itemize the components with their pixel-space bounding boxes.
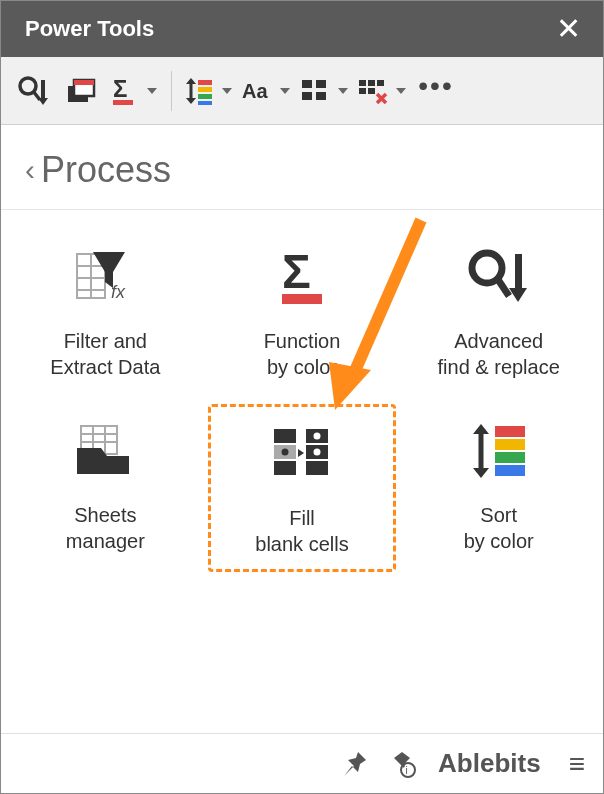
back-chevron-icon[interactable]: ‹ — [25, 153, 35, 187]
sort-by-color-icon — [465, 418, 533, 486]
fill-blank-cells-icon — [268, 421, 336, 489]
tile-label: Filter and Extract Data — [50, 328, 160, 380]
svg-rect-18 — [316, 80, 326, 88]
svg-marker-40 — [509, 288, 527, 302]
dropdown-caret-icon — [396, 88, 406, 94]
svg-rect-8 — [113, 100, 133, 105]
svg-rect-6 — [74, 80, 94, 85]
dropdown-caret-icon — [280, 88, 290, 94]
svg-rect-17 — [302, 80, 312, 88]
find-replace-icon — [16, 74, 50, 108]
tile-label: Sort by color — [464, 502, 534, 554]
svg-rect-59 — [495, 426, 525, 437]
svg-rect-22 — [368, 80, 375, 86]
remove-icon — [356, 74, 390, 108]
info-pin-icon[interactable]: i — [388, 750, 416, 778]
brand-label: Ablebits — [438, 748, 541, 779]
svg-text:Σ: Σ — [282, 245, 311, 298]
tile-sort-by-color[interactable]: Sort by color — [404, 404, 593, 572]
tile-label: Fill blank cells — [255, 505, 348, 557]
tile-label: Function by color — [264, 328, 341, 380]
svg-point-52 — [313, 433, 320, 440]
tile-fill-blank-cells[interactable]: Fill blank cells — [208, 404, 397, 572]
svg-marker-11 — [186, 98, 196, 104]
svg-rect-2 — [41, 80, 45, 98]
tile-function-by-color[interactable]: Σ Function by color — [208, 230, 397, 392]
dropdown-caret-icon — [147, 88, 157, 94]
svg-point-65 — [401, 763, 415, 777]
svg-text:Σ: Σ — [113, 75, 127, 102]
more-icon: ••• — [418, 86, 453, 96]
tile-filter-extract[interactable]: fx Filter and Extract Data — [11, 230, 200, 392]
svg-point-54 — [313, 449, 320, 456]
more-button[interactable]: ••• — [414, 69, 458, 113]
filter-extract-icon: fx — [71, 244, 139, 312]
svg-rect-55 — [306, 461, 328, 475]
remove-button[interactable] — [356, 69, 410, 113]
dropdown-caret-icon — [338, 88, 348, 94]
tile-grid-wrap: fx Filter and Extract Data Σ Function by… — [1, 210, 603, 733]
svg-rect-24 — [359, 88, 366, 94]
svg-text:i: i — [406, 765, 408, 776]
sheets-manager-icon — [71, 418, 139, 486]
split-icon — [298, 74, 332, 108]
pin-icon[interactable] — [342, 750, 370, 778]
svg-rect-13 — [198, 87, 212, 92]
svg-rect-19 — [302, 92, 312, 100]
text-case-button[interactable]: Aa — [240, 69, 294, 113]
svg-rect-25 — [368, 88, 375, 94]
find-replace-button[interactable] — [11, 69, 55, 113]
toolbar-divider — [171, 71, 172, 111]
svg-rect-20 — [316, 92, 326, 100]
svg-rect-21 — [359, 80, 366, 86]
svg-rect-61 — [495, 452, 525, 463]
svg-rect-14 — [198, 94, 212, 99]
sort-icon — [182, 74, 216, 108]
svg-text:fx: fx — [111, 282, 126, 302]
breadcrumb: ‹ Process — [1, 125, 603, 210]
tile-label: Sheets manager — [66, 502, 145, 554]
compare-sheets-button[interactable] — [59, 69, 103, 113]
compare-sheets-icon — [64, 74, 98, 108]
titlebar: Power Tools ✕ — [1, 1, 603, 57]
close-icon[interactable]: ✕ — [556, 14, 581, 44]
svg-marker-57 — [473, 424, 489, 434]
svg-marker-50 — [298, 449, 304, 457]
svg-marker-58 — [473, 468, 489, 478]
svg-rect-49 — [274, 461, 296, 475]
split-button[interactable] — [298, 69, 352, 113]
svg-rect-39 — [515, 254, 522, 288]
svg-rect-36 — [282, 294, 322, 304]
menu-icon[interactable]: ≡ — [569, 750, 585, 778]
tile-grid: fx Filter and Extract Data Σ Function by… — [11, 230, 593, 572]
dropdown-caret-icon — [222, 88, 232, 94]
function-by-color-icon: Σ — [268, 244, 336, 312]
svg-text:Aa: Aa — [242, 80, 268, 102]
svg-rect-23 — [377, 80, 384, 86]
svg-rect-62 — [495, 465, 525, 476]
sum-by-color-button[interactable]: Σ — [107, 69, 161, 113]
toolbar: Σ Aa — [1, 57, 603, 125]
sum-by-color-icon: Σ — [107, 74, 141, 108]
svg-marker-10 — [186, 78, 196, 84]
svg-rect-60 — [495, 439, 525, 450]
advanced-find-replace-icon — [465, 244, 533, 312]
tile-sheets-manager[interactable]: Sheets manager — [11, 404, 200, 572]
svg-marker-3 — [38, 98, 48, 105]
breadcrumb-label: Process — [41, 149, 171, 191]
svg-line-38 — [497, 278, 509, 296]
svg-rect-12 — [198, 80, 212, 85]
svg-point-48 — [281, 449, 288, 456]
sort-button[interactable] — [182, 69, 236, 113]
text-case-icon: Aa — [240, 74, 274, 108]
footer: i Ablebits ≡ — [1, 733, 603, 793]
svg-rect-46 — [274, 429, 296, 443]
tile-advanced-find-replace[interactable]: Advanced find & replace — [404, 230, 593, 392]
tile-label: Advanced find & replace — [438, 328, 560, 380]
svg-rect-15 — [198, 101, 212, 105]
window-title: Power Tools — [25, 16, 154, 42]
